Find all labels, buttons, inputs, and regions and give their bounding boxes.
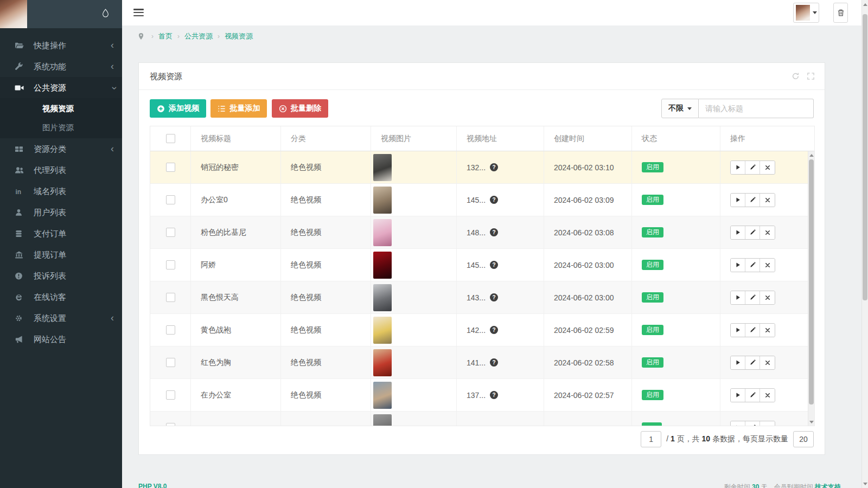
sidebar-subitem[interactable]: 视频资源 [0,99,122,118]
video-title: 在办公室 [201,390,231,400]
play-button[interactable] [731,356,745,369]
delete-button[interactable] [760,421,775,426]
scrollbar-thumb[interactable] [809,159,814,404]
edit-button[interactable] [745,324,760,337]
delete-button[interactable] [760,194,775,207]
video-thumbnail[interactable] [373,349,392,376]
question-circle-icon[interactable]: ? [490,293,498,301]
page-scroll-down-button[interactable] [862,480,868,487]
row-checkbox[interactable] [166,325,175,335]
play-button[interactable] [731,389,745,402]
sidebar-item[interactable]: 用户列表 [0,202,122,223]
play-button[interactable] [731,291,745,304]
delete-button[interactable] [760,324,775,337]
row-checkbox[interactable] [166,260,175,269]
edit-button[interactable] [745,291,760,304]
row-checkbox[interactable] [166,163,175,172]
expand-icon[interactable] [807,72,815,80]
row-checkbox[interactable] [166,423,175,426]
page-number-input[interactable] [641,431,661,447]
sidebar-item[interactable]: 支付订单 [0,223,122,244]
delete-button[interactable] [760,161,775,174]
batch-add-button[interactable]: 批量添加 [210,99,267,118]
breadcrumb-link[interactable]: 公共资源 [184,32,213,40]
user-menu-button[interactable] [793,3,819,23]
row-checkbox[interactable] [166,195,175,204]
video-thumbnail[interactable] [373,382,392,409]
sidebar-item[interactable]: in域名列表 [0,181,122,202]
video-thumbnail[interactable] [373,154,392,181]
delete-button[interactable] [760,389,775,402]
support-link[interactable]: 技术支持 [815,483,841,488]
question-circle-icon[interactable]: ? [490,391,498,399]
sidebar-item[interactable]: 快捷操作‹ [0,35,122,56]
question-circle-icon[interactable]: ? [490,163,498,171]
batch-delete-button[interactable]: 批量删除 [272,99,328,118]
edit-button[interactable] [745,421,760,426]
delete-button[interactable] [760,356,775,369]
video-thumbnail[interactable] [373,219,392,246]
sidebar-item[interactable]: 代理列表 [0,159,122,181]
scroll-up-button[interactable] [808,152,814,158]
table-row: 黄色战袍绝色视频142...?2024-06-02 02:59启用 [150,314,808,346]
play-button[interactable] [731,259,745,272]
row-checkbox[interactable] [166,390,175,400]
edit-button[interactable] [745,389,760,402]
avatar[interactable] [0,0,27,28]
sidebar-item[interactable]: 在线访客 [0,286,122,307]
sidebar-item[interactable]: 公共资源‹ [0,77,122,98]
question-circle-icon[interactable]: ? [490,228,498,236]
video-thumbnail[interactable] [373,252,392,279]
play-button[interactable] [731,226,745,239]
actions-cell [720,281,808,313]
edit-button[interactable] [745,356,760,369]
scroll-down-button[interactable] [808,419,814,425]
video-thumbnail[interactable] [373,317,392,344]
sidebar-item[interactable]: 系统功能‹ [0,56,122,77]
row-checkbox[interactable] [166,358,175,367]
video-thumbnail[interactable] [373,187,392,214]
edit-button[interactable] [745,161,760,174]
trash-button[interactable] [833,3,848,23]
sidebar-item[interactable]: 投诉列表 [0,265,122,286]
sidebar-item[interactable]: 网站公告 [0,329,122,350]
page-size-input[interactable] [793,431,814,447]
sidebar-item[interactable]: 系统设置‹ [0,307,122,329]
play-button[interactable] [731,421,745,426]
row-checkbox[interactable] [166,228,175,237]
sidebar-item[interactable]: 资源分类‹ [0,138,122,159]
category-filter-dropdown[interactable]: 不限 [661,99,699,118]
play-button[interactable] [731,194,745,207]
edit-button[interactable] [745,259,760,272]
breadcrumb-link[interactable]: 视频资源 [225,32,253,40]
select-all-checkbox[interactable] [166,134,175,143]
question-circle-icon[interactable]: ? [490,261,498,269]
row-action-group [730,193,775,207]
delete-button[interactable] [760,259,775,272]
delete-button[interactable] [760,291,775,304]
play-button[interactable] [731,161,745,174]
refresh-icon[interactable] [792,72,800,80]
question-circle-icon[interactable]: ? [490,196,498,204]
hamburger-icon[interactable] [133,9,144,18]
video-thumbnail[interactable] [373,414,392,426]
edit-button[interactable] [745,194,760,207]
thumbnail-cell [371,216,457,248]
row-checkbox[interactable] [166,293,175,302]
question-circle-icon[interactable]: ? [490,358,498,367]
question-circle-icon[interactable]: ? [490,326,498,334]
delete-button[interactable] [760,226,775,239]
table-row: 黑色恨天高绝色视频143...?2024-06-02 03:00启用 [150,281,808,314]
add-video-button[interactable]: 添加视频 [150,99,206,118]
sidebar-subitem[interactable]: 图片资源 [0,118,122,137]
title-search-input[interactable] [699,99,814,118]
play-button[interactable] [731,324,745,337]
video-title: 黑色恨天高 [201,293,239,303]
video-thumbnail[interactable] [373,284,392,311]
page-scrollbar-thumb[interactable] [863,14,867,300]
sidebar-item[interactable]: 提现订单 [0,244,122,265]
edit-button[interactable] [745,226,760,239]
breadcrumb-link[interactable]: 首页 [158,32,173,40]
status-cell: 启用 [632,249,720,281]
page-scroll-up-button[interactable] [862,1,868,8]
